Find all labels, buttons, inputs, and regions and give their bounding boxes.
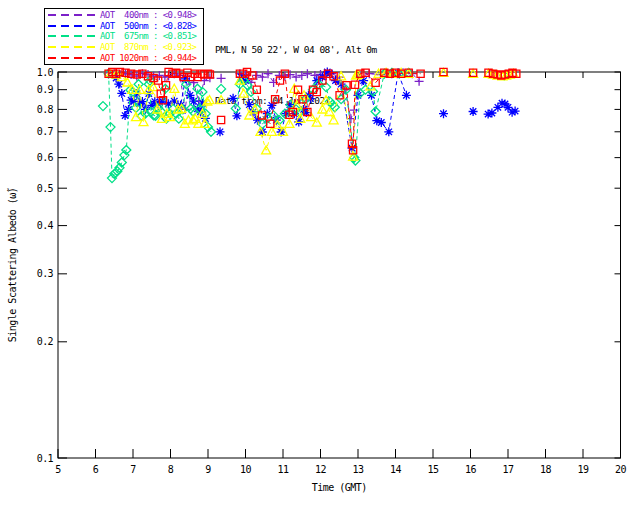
svg-text:0.5: 0.5 xyxy=(37,183,54,194)
svg-text:13: 13 xyxy=(353,464,364,475)
series-markers-diamond xyxy=(217,84,226,93)
y-tick-labels: 1.00.90.80.70.60.50.40.30.20.1 xyxy=(37,67,54,464)
ssa-chart: 5678910111213141516171819201.00.90.80.70… xyxy=(0,0,640,512)
svg-text:0.1: 0.1 xyxy=(37,453,54,464)
svg-text:0.6: 0.6 xyxy=(37,152,54,163)
svg-text:8: 8 xyxy=(168,464,174,475)
svg-text:9: 9 xyxy=(205,464,211,475)
svg-text:0.2: 0.2 xyxy=(37,336,54,347)
series-markers-triangle xyxy=(235,68,413,160)
aeronet-ssa-plot-window: AOT 400nm : <0.948>AOT 500nm : <0.828>AO… xyxy=(0,0,640,512)
svg-text:16: 16 xyxy=(465,464,476,475)
svg-text:14: 14 xyxy=(390,464,401,475)
svg-text:0.3: 0.3 xyxy=(37,268,54,279)
series-markers-square xyxy=(218,116,225,123)
series-675nm xyxy=(99,68,509,182)
svg-text:18: 18 xyxy=(540,464,551,475)
svg-text:12: 12 xyxy=(315,464,326,475)
svg-text:7: 7 xyxy=(130,464,136,475)
svg-text:5: 5 xyxy=(55,464,61,475)
series-markers-asterisk xyxy=(439,109,448,118)
svg-text:0.9: 0.9 xyxy=(37,84,54,95)
series-markers-asterisk xyxy=(216,127,225,136)
svg-text:19: 19 xyxy=(578,464,589,475)
svg-text:0.7: 0.7 xyxy=(37,126,54,137)
svg-text:6: 6 xyxy=(93,464,99,475)
y-axis-label: Single Scattering Albedo (ω̃) xyxy=(7,188,18,343)
svg-text:10: 10 xyxy=(240,464,251,475)
series-markers-diamond xyxy=(99,102,108,111)
svg-text:20: 20 xyxy=(615,464,626,475)
svg-text:1.0: 1.0 xyxy=(37,67,54,78)
series-markers-asterisk xyxy=(484,99,520,119)
svg-text:0.4: 0.4 xyxy=(37,220,54,231)
svg-text:11: 11 xyxy=(278,464,289,475)
axes xyxy=(58,72,621,458)
series-500nm xyxy=(112,68,520,153)
svg-text:0.8: 0.8 xyxy=(37,104,54,115)
svg-text:15: 15 xyxy=(428,464,439,475)
x-axis-label: Time (GMT) xyxy=(312,482,367,493)
svg-text:17: 17 xyxy=(503,464,514,475)
series-markers-plus xyxy=(217,74,226,83)
series-markers-triangle xyxy=(217,96,226,104)
series-markers-asterisk xyxy=(469,107,478,116)
x-tick-labels: 567891011121314151617181920 xyxy=(55,464,626,475)
